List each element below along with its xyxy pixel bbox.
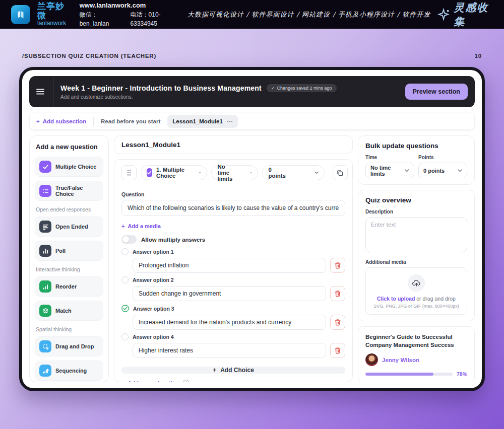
promo-topbar: 兰亭妙微 lanlanwork www.lanlanwork.com 微信：be… (0, 0, 504, 29)
plus-icon: + (121, 223, 124, 229)
avatar (365, 353, 378, 366)
chevron-down-icon (250, 171, 253, 174)
website-url: www.lanlanwork.com (80, 1, 180, 11)
menu-icon[interactable] (36, 76, 53, 107)
plus-icon: + (36, 118, 40, 124)
question-type-select[interactable]: 1. Multiple Choice (141, 165, 207, 180)
description-textarea[interactable] (365, 217, 467, 252)
check-icon: ✓ (271, 86, 275, 91)
add-choice-button[interactable]: + Add Choice (121, 367, 345, 374)
services-list: 大数据可视化设计 / 软件界面设计 / 网站建设 / 手机及小程序设计 / 软件… (187, 10, 431, 19)
time-label: Time (365, 155, 414, 160)
answer-option-row: Answer option 1 (121, 248, 345, 273)
phone-contact: 电话：010-63334945 (131, 10, 180, 28)
sparkle-icon (437, 8, 451, 21)
layers-icon (39, 305, 51, 317)
settings-column: Bulk update questions Time No time limit… (358, 135, 475, 382)
brand-name-cn: 兰亭妙微 (37, 2, 70, 20)
plus-icon: + (213, 367, 216, 374)
drag-drop-icon (39, 340, 51, 352)
points-label: Points (418, 155, 467, 160)
answer-option-input[interactable] (133, 258, 326, 273)
quiz-overview-card: Quiz overview Description Additional med… (358, 190, 475, 321)
duplicate-question-button[interactable] (333, 165, 348, 180)
delete-option-button[interactable] (330, 315, 345, 330)
module-title-field[interactable]: Lesson1_Module1 (114, 135, 353, 154)
overview-title: Quiz overview (365, 196, 467, 204)
delete-option-button[interactable] (330, 286, 345, 301)
autosave-badge: ✓ Changes saved 2 mins ago (267, 84, 337, 92)
tab-lesson1-module1[interactable]: Lesson1_Module1 ⋯ (167, 115, 238, 128)
section-header: Week 1 - Beginner - Introduction to Busi… (29, 76, 475, 107)
chevron-down-icon (314, 171, 319, 174)
answer-option-input[interactable] (133, 315, 326, 330)
cloud-upload-icon (408, 274, 425, 292)
delete-option-button[interactable] (330, 258, 345, 273)
delete-option-button[interactable] (330, 343, 345, 358)
contact-block: www.lanlanwork.com 微信：ben_lanlan 电话：010-… (80, 1, 180, 29)
tab-read-before-you-start[interactable]: Read before you start (101, 118, 160, 124)
course-title: Beginner's Guide to Successful Company M… (365, 333, 467, 349)
points-select[interactable]: 0 points (262, 165, 325, 180)
bulk-update-card: Bulk update questions Time No time limit… (358, 135, 475, 185)
upload-hint: SVG, PNG, JPG or GIF (max. 800×400px) (369, 304, 464, 309)
question-text-input[interactable] (121, 200, 345, 216)
qtype-true-false[interactable]: True/False Choice (35, 181, 103, 201)
allow-multiple-toggle[interactable] (121, 235, 137, 244)
qtype-multiple-choice[interactable]: Multiple Choice (35, 157, 103, 177)
section-title: Week 1 - Beginner - Introduction to Busi… (60, 84, 262, 92)
page-background: /SUBSECTION QUIZ CREATION (TEACHER) 10 W… (0, 29, 504, 429)
divider (93, 117, 94, 126)
correct-answer-radio[interactable] (121, 276, 129, 283)
qtype-poll[interactable]: Poll (35, 241, 103, 261)
bar-chart-icon (39, 245, 51, 257)
author-name[interactable]: Jenny Wilson (382, 357, 419, 363)
correct-answer-radio[interactable] (121, 333, 129, 340)
add-media-link[interactable]: + Add a media (121, 223, 161, 229)
brand-logo-icon (11, 5, 30, 24)
wechat-contact: 微信：ben_lanlan (80, 10, 121, 28)
correct-answer-radio[interactable] (121, 248, 129, 255)
editor-column: Lesson1_Module1 1. Multiple Choice (114, 135, 353, 382)
qtype-open-ended[interactable]: Open Ended (35, 217, 103, 237)
bulk-time-select[interactable]: No time limits (365, 163, 414, 178)
text-lines-icon (39, 221, 51, 233)
subsection-tabbar: + Add subsection Read before you start L… (29, 113, 475, 130)
info-icon[interactable]: i (182, 380, 190, 382)
qtype-reorder[interactable]: Reorder (35, 276, 103, 297)
section-subtitle: Add and customize subsections. (60, 94, 337, 100)
drag-handle[interactable] (121, 165, 137, 180)
click-to-upload-link[interactable]: Click to upload (377, 296, 415, 302)
check-square-icon (39, 161, 51, 173)
delete-question-button[interactable] (352, 165, 353, 180)
breadcrumb: /SUBSECTION QUIZ CREATION (TEACHER) (22, 53, 156, 59)
add-explanation-link[interactable]: + Add an explanation (121, 380, 179, 382)
answer-option-row: Answer option 2 (121, 276, 345, 301)
progress-bar (365, 373, 453, 376)
answer-option-input[interactable] (133, 343, 326, 358)
bulk-title: Bulk update questions (365, 142, 467, 150)
collect-label: 灵感收集 (454, 1, 493, 29)
answer-option-row: Answer option 3 (121, 305, 345, 330)
tab-options-icon[interactable]: ⋯ (227, 118, 233, 125)
correct-check-icon[interactable] (121, 305, 129, 312)
bulk-points-select[interactable]: 0 points (418, 163, 467, 178)
chevron-down-icon (458, 169, 462, 172)
media-upload-dropzone[interactable]: Click to upload or drag and drop SVG, PN… (365, 267, 467, 315)
chevron-down-icon (199, 171, 201, 174)
group-spatial-thinking: Spatial thinking (36, 326, 102, 332)
answer-option-input[interactable] (133, 286, 326, 301)
additional-media-label: Additional media (365, 259, 467, 265)
plus-icon: + (121, 380, 124, 382)
list-icon (39, 185, 51, 197)
brand-name-en: lanlanwork (37, 20, 70, 27)
time-limit-select[interactable]: No time limits (211, 165, 258, 180)
description-label: Description (365, 209, 467, 214)
group-interactive-thinking: Interactive thinking (36, 266, 102, 272)
qtype-drag-and-drop[interactable]: Drag and Drop (35, 336, 103, 356)
answer-option-row: Answer option 4 (121, 333, 345, 358)
qtype-sequencing[interactable]: Sequencing (35, 361, 103, 381)
preview-section-button[interactable]: Preview section (405, 84, 468, 100)
qtype-match[interactable]: Match (35, 301, 103, 321)
add-subsection-button[interactable]: + Add subsection (36, 118, 86, 124)
